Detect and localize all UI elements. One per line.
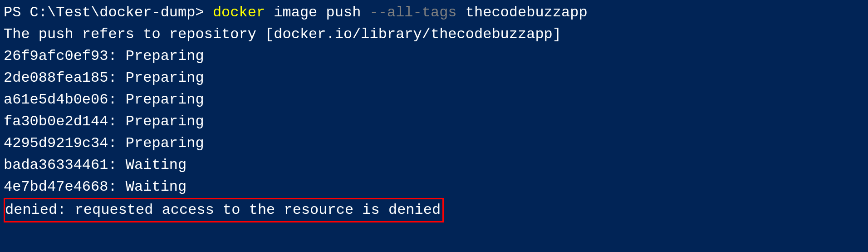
- layer-status: Preparing: [126, 91, 204, 108]
- layer-hash: a61e5d4b0e06: [4, 91, 108, 108]
- command-args-2: thecodebuzzapp: [457, 4, 588, 21]
- layer-hash: 26f9afc0ef93: [4, 48, 108, 64]
- layer-status: Preparing: [126, 113, 204, 130]
- command-args-1: image push: [265, 4, 369, 21]
- layer-status-line: a61e5d4b0e06: Preparing: [4, 89, 864, 111]
- layer-hash: fa30b0e2d144: [4, 113, 108, 130]
- error-line-container: denied: requested access to the resource…: [4, 198, 864, 222]
- layer-status: Preparing: [126, 69, 204, 86]
- prompt-prefix: PS C:\Test\docker-dump>: [4, 4, 213, 21]
- layer-hash: 4295d9219c34: [4, 135, 108, 152]
- layer-status-line: 2de088fea185: Preparing: [4, 67, 864, 89]
- layer-status-line: fa30b0e2d144: Preparing: [4, 111, 864, 133]
- layer-status-line: 26f9afc0ef93: Preparing: [4, 45, 864, 67]
- layer-status-line: bada36334461: Waiting: [4, 154, 864, 176]
- command-docker: docker: [213, 4, 265, 21]
- layer-hash: 2de088fea185: [4, 69, 108, 86]
- layer-hash: 4e7bd47e4668: [4, 178, 108, 195]
- layer-status: Preparing: [126, 135, 204, 152]
- layer-status: Preparing: [126, 48, 204, 64]
- layer-status-line: 4295d9219c34: Preparing: [4, 133, 864, 154]
- error-message: denied: requested access to the resource…: [4, 198, 444, 222]
- command-flag: --all-tags: [370, 4, 457, 21]
- layer-status: Waiting: [126, 178, 186, 195]
- command-line[interactable]: PS C:\Test\docker-dump> docker image pus…: [4, 2, 864, 24]
- layer-status-line: 4e7bd47e4668: Waiting: [4, 176, 864, 198]
- layer-status: Waiting: [126, 157, 186, 173]
- layer-hash: bada36334461: [4, 157, 108, 173]
- output-repository-line: The push refers to repository [docker.io…: [4, 24, 864, 45]
